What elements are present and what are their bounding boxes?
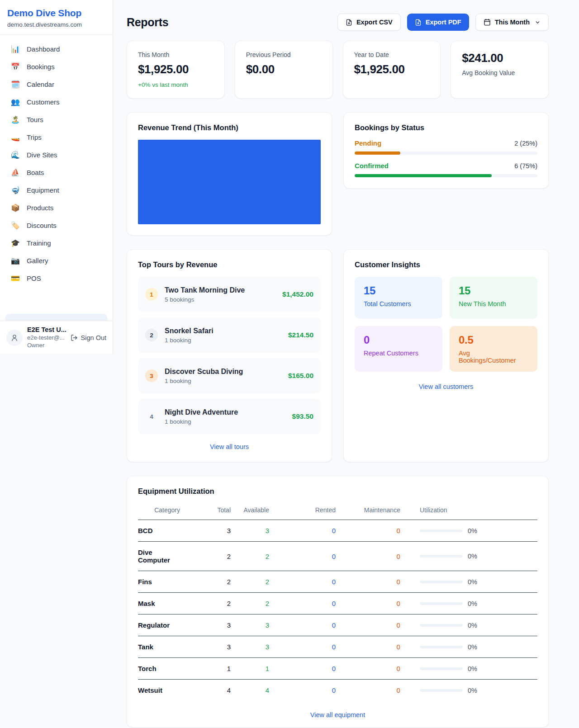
stat-label: Previous Period <box>246 51 322 58</box>
status-count: 2 (25%) <box>514 140 537 147</box>
cell-maintenance: 0 <box>336 520 400 542</box>
column-header: Category <box>138 502 180 520</box>
sidebar-item[interactable]: 🏝️ Tours <box>5 111 107 128</box>
sidebar-item[interactable]: 🤿 Equipment <box>5 181 107 199</box>
tour-list-item[interactable]: 2 Snorkel Safari 1 booking $214.50 <box>138 317 321 353</box>
stat-cards: This Month $1,925.00 +0% vs last month P… <box>127 41 549 99</box>
sidebar-item-reports-active-partial[interactable] <box>5 314 107 321</box>
insight-value: 0 <box>364 334 433 346</box>
insight-label: New This Month <box>459 300 528 307</box>
export-csv-button[interactable]: Export CSV <box>337 14 401 31</box>
nav-item-icon: 🗓️ <box>11 80 20 89</box>
view-all-customers-link[interactable]: View all customers <box>419 383 474 390</box>
stat-card: Avg Booking Value $241.00 <box>451 41 549 99</box>
nav-item-icon: 📷 <box>11 256 20 265</box>
sidebar-item[interactable]: 🎓 Training <box>5 234 107 252</box>
stat-label: This Month <box>138 51 214 58</box>
equipment-table-body: BCD 3 3 0 0 0% <box>138 520 537 701</box>
table-row: Tank 3 3 0 0 0% <box>138 636 537 658</box>
nav-item-label: Bookings <box>27 63 55 71</box>
user-name: E2E Test U... <box>27 326 66 334</box>
cell-maintenance: 0 <box>336 542 400 571</box>
sidebar-item[interactable]: ⛵ Boats <box>5 164 107 181</box>
shop-name: Demo Dive Shop <box>7 8 105 19</box>
insight-value: 15 <box>459 284 528 297</box>
cell-rented: 0 <box>269 542 336 571</box>
file-download-icon <box>346 19 352 26</box>
tour-name: Two Tank Morning Dive <box>165 286 275 294</box>
utilization-percent: 0% <box>468 622 477 629</box>
sidebar-item[interactable]: 🏷️ Discounts <box>5 217 107 234</box>
period-dropdown[interactable]: This Month <box>475 14 549 31</box>
utilization-bar-track <box>420 689 463 692</box>
nav-item-icon: 🤿 <box>11 186 20 194</box>
view-all-tours-link[interactable]: View all tours <box>210 443 249 450</box>
cell-total: 2 <box>180 593 231 615</box>
user-role: Owner <box>27 342 66 350</box>
sidebar-item[interactable]: 💳 POS <box>5 269 107 287</box>
status-count: 6 (75%) <box>514 162 537 170</box>
tour-name: Night Dive Adventure <box>165 408 285 416</box>
cell-category: Regulator <box>138 615 180 636</box>
tour-list-item[interactable]: 4 Night Dive Adventure 1 booking $93.50 <box>138 399 321 434</box>
tour-list-item[interactable]: 1 Two Tank Morning Dive 5 bookings $1,45… <box>138 277 321 312</box>
sidebar-item[interactable]: 🗓️ Calendar <box>5 76 107 93</box>
tour-revenue: $165.00 <box>288 372 313 380</box>
stat-card: This Month $1,925.00 +0% vs last month <box>127 41 225 99</box>
export-pdf-button[interactable]: Export PDF <box>407 14 469 31</box>
utilization-percent: 0% <box>468 527 477 534</box>
sidebar-item[interactable]: 📅 Bookings <box>5 58 107 76</box>
avatar <box>6 330 23 346</box>
utilization-percent: 0% <box>468 665 477 672</box>
column-header: Available <box>231 502 269 520</box>
cell-utilization: 0% <box>400 615 537 636</box>
status-bar-track <box>355 174 537 177</box>
equipment-table-header: CategoryTotalAvailableRentedMaintenanceU… <box>138 502 537 520</box>
rank-badge: 1 <box>145 288 158 301</box>
nav-item-label: Training <box>27 239 51 247</box>
chevron-down-icon <box>535 19 541 25</box>
nav-item-label: Gallery <box>27 257 48 265</box>
utilization-bar-track <box>420 581 463 583</box>
sidebar-item[interactable]: 📦 Products <box>5 199 107 217</box>
table-row: Torch 1 1 0 0 0% <box>138 658 537 680</box>
cell-total: 2 <box>180 571 231 593</box>
sidebar-item[interactable]: 📷 Gallery <box>5 252 107 269</box>
tour-list-item[interactable]: 3 Discover Scuba Diving 1 booking $165.0… <box>138 358 321 393</box>
status-label: Confirmed <box>355 162 389 170</box>
column-header: Total <box>180 502 231 520</box>
sign-out-label: Sign Out <box>81 334 106 341</box>
sidebar-item[interactable]: 🚤 Trips <box>5 128 107 146</box>
tour-bookings: 1 booking <box>165 418 285 425</box>
sidebar-item[interactable]: 📊 Dashboard <box>5 40 107 58</box>
utilization-bar-track <box>420 667 463 670</box>
cell-rented: 0 <box>269 520 336 542</box>
cell-maintenance: 0 <box>336 680 400 701</box>
cell-available: 1 <box>231 658 269 680</box>
cell-category: Torch <box>138 658 180 680</box>
stat-label: Avg Booking Value <box>462 69 537 76</box>
stat-card: Previous Period $0.00 <box>235 41 333 99</box>
sidebar-item[interactable]: 👥 Customers <box>5 93 107 111</box>
utilization-bar-track <box>420 555 463 558</box>
logout-icon <box>71 334 78 341</box>
nav-item-icon: 📅 <box>11 62 20 71</box>
sign-out-button[interactable]: Sign Out <box>71 334 106 341</box>
insight-tiles: 15 Total Customers 15 New This Month 0 R… <box>355 277 537 372</box>
tour-revenue: $93.50 <box>292 412 313 421</box>
cell-category: Fins <box>138 571 180 593</box>
cell-maintenance: 0 <box>336 658 400 680</box>
sidebar-item[interactable]: 🌊 Dive Sites <box>5 146 107 164</box>
cell-utilization: 0% <box>400 680 537 701</box>
cell-maintenance: 0 <box>336 593 400 615</box>
tour-name: Discover Scuba Diving <box>165 368 281 376</box>
cell-rented: 0 <box>269 658 336 680</box>
sidebar: Demo Dive Shop demo.test.divestreams.com… <box>0 0 113 354</box>
stat-value: $0.00 <box>246 62 322 76</box>
stat-value: $241.00 <box>462 51 537 65</box>
view-all-equipment-link[interactable]: View all equipment <box>310 711 365 719</box>
column-header: Maintenance <box>336 502 400 520</box>
column-header: Utilization <box>400 502 537 520</box>
rank-badge: 4 <box>145 410 158 423</box>
bookings-by-status-card: Bookings by Status Pending 2 (25%) <box>343 112 549 189</box>
